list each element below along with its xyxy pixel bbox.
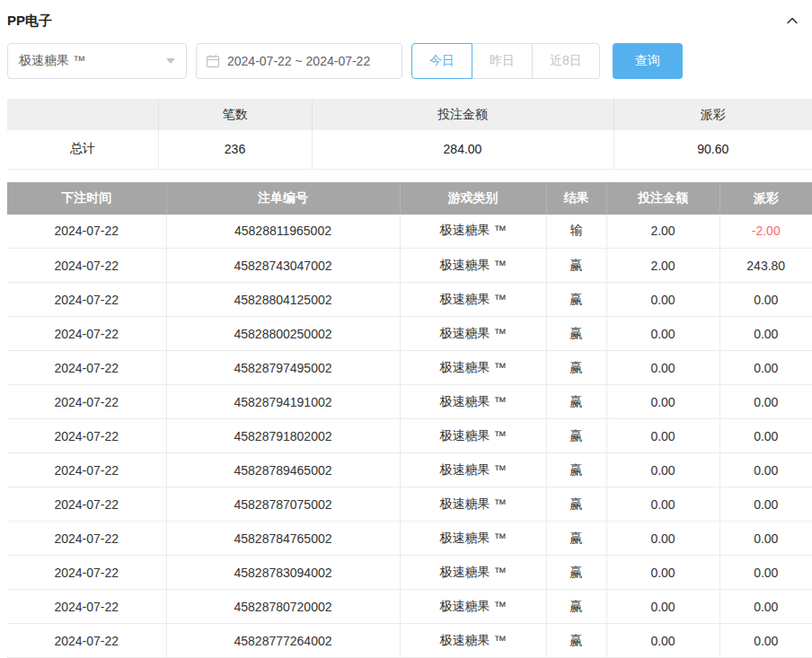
cell-bet-time: 2024-07-22 [7, 590, 166, 624]
bet-table-header-row: 下注时间 注单编号 游戏类别 结果 投注金额 派彩 [7, 182, 812, 215]
cell-bet-amount: 0.00 [606, 556, 719, 590]
summary-total-label: 总计 [7, 130, 158, 169]
collapse-chevron-up-icon[interactable] [785, 14, 799, 27]
cell-bet-time: 2024-07-22 [7, 624, 166, 658]
bet-records-table: 下注时间 注单编号 游戏类别 结果 投注金额 派彩 2024-07-22 458… [7, 182, 812, 658]
cell-order-id: 45828800250002 [166, 317, 400, 351]
summary-header-bet-amount: 投注金额 [312, 99, 613, 130]
cell-bet-time: 2024-07-22 [7, 453, 166, 487]
cell-payout: 0.00 [719, 624, 812, 658]
cell-bet-amount: 0.00 [606, 624, 719, 658]
cell-game-category: 极速糖果 ™ [400, 249, 546, 283]
cell-payout: 0.00 [719, 522, 812, 556]
cell-game-category: 极速糖果 ™ [400, 385, 546, 419]
summary-total-count: 236 [158, 130, 312, 169]
cell-payout: 0.00 [719, 453, 812, 487]
cell-bet-amount: 2.00 [606, 215, 719, 249]
cell-order-id: 45828804125002 [166, 283, 400, 317]
header-result: 结果 [546, 182, 606, 215]
cell-bet-time: 2024-07-22 [7, 556, 166, 590]
cell-game-category: 极速糖果 ™ [400, 419, 546, 453]
last-8-days-button[interactable]: 近8日 [532, 43, 600, 79]
bet-table-row: 2024-07-22 45828794191002 极速糖果 ™ 赢 0.00 … [7, 385, 812, 419]
header-payout: 派彩 [719, 182, 812, 215]
cell-payout: 0.00 [719, 385, 812, 419]
cell-order-id: 45828780720002 [166, 590, 400, 624]
game-select[interactable]: 极速糖果 ™ [7, 43, 187, 79]
cell-result: 赢 [546, 522, 606, 556]
bet-table-row: 2024-07-22 45828787075002 极速糖果 ™ 赢 0.00 … [7, 487, 812, 522]
cell-bet-amount: 0.00 [606, 453, 719, 487]
bet-table-row: 2024-07-22 45828804125002 极速糖果 ™ 赢 0.00 … [7, 283, 812, 317]
cell-result: 赢 [546, 317, 606, 351]
cell-bet-amount: 0.00 [606, 419, 719, 453]
cell-payout: 0.00 [719, 283, 812, 317]
header-bet-amount: 投注金额 [606, 182, 719, 215]
cell-game-category: 极速糖果 ™ [400, 522, 546, 556]
cell-order-id: 45828791802002 [166, 419, 400, 453]
summary-total-payout: 90.60 [613, 130, 812, 169]
header-bet-time: 下注时间 [7, 182, 166, 215]
bet-table-row: 2024-07-22 45828777264002 极速糖果 ™ 赢 0.00 … [7, 624, 812, 658]
cell-game-category: 极速糖果 ™ [400, 487, 546, 522]
cell-payout: 0.00 [719, 487, 812, 522]
cell-payout: -2.00 [719, 215, 812, 249]
cell-result: 赢 [546, 487, 606, 522]
panel-header: PP电子 [7, 9, 812, 32]
cell-game-category: 极速糖果 ™ [400, 317, 546, 351]
cell-bet-time: 2024-07-22 [7, 317, 166, 351]
cell-bet-time: 2024-07-22 [7, 351, 166, 385]
today-button[interactable]: 今日 [411, 43, 472, 79]
quick-range-group: 今日 昨日 近8日 [411, 43, 600, 79]
summary-header-blank [7, 99, 158, 130]
cell-order-id: 45828789465002 [166, 453, 400, 487]
cell-result: 输 [546, 215, 606, 249]
summary-total-bet-amount: 284.00 [312, 130, 613, 169]
cell-bet-amount: 0.00 [606, 590, 719, 624]
cell-result: 赢 [546, 351, 606, 385]
cell-payout: 0.00 [719, 556, 812, 590]
cell-result: 赢 [546, 590, 606, 624]
cell-bet-time: 2024-07-22 [7, 385, 166, 419]
cell-order-id: 45828811965002 [166, 215, 400, 249]
search-button[interactable]: 查询 [613, 43, 683, 79]
cell-bet-amount: 0.00 [606, 487, 719, 522]
cell-result: 赢 [546, 556, 606, 590]
bet-table-row: 2024-07-22 45828784765002 极速糖果 ™ 赢 0.00 … [7, 522, 812, 556]
cell-bet-time: 2024-07-22 [7, 487, 166, 522]
cell-bet-time: 2024-07-22 [7, 419, 166, 453]
cell-game-category: 极速糖果 ™ [400, 453, 546, 487]
cell-order-id: 45828784765002 [166, 522, 400, 556]
date-range-picker[interactable]: 2024-07-22 ~ 2024-07-22 [196, 43, 402, 79]
cell-result: 赢 [546, 385, 606, 419]
cell-bet-time: 2024-07-22 [7, 283, 166, 317]
bet-table-row: 2024-07-22 45828743047002 极速糖果 ™ 赢 2.00 … [7, 249, 812, 283]
cell-game-category: 极速糖果 ™ [400, 215, 546, 249]
calendar-icon [206, 54, 220, 68]
filter-bar: 极速糖果 ™ 2024-07-22 ~ 2024-07-22 今日 昨日 近8日… [7, 43, 812, 79]
bet-table-row: 2024-07-22 45828800250002 极速糖果 ™ 赢 0.00 … [7, 317, 812, 351]
cell-result: 赢 [546, 624, 606, 658]
summary-table: 笔数 投注金额 派彩 总计 236 284.00 90.60 [7, 99, 812, 170]
cell-bet-amount: 0.00 [606, 283, 719, 317]
cell-payout: 243.80 [719, 249, 812, 283]
cell-bet-amount: 0.00 [606, 522, 719, 556]
cell-order-id: 45828794191002 [166, 385, 400, 419]
cell-result: 赢 [546, 453, 606, 487]
cell-bet-time: 2024-07-22 [7, 249, 166, 283]
header-game-category: 游戏类别 [400, 182, 546, 215]
summary-header-payout: 派彩 [613, 99, 812, 130]
header-order-id: 注单编号 [166, 182, 400, 215]
yesterday-button[interactable]: 昨日 [472, 43, 533, 79]
bet-table-body: 2024-07-22 45828811965002 极速糖果 ™ 输 2.00 … [7, 215, 812, 658]
bet-table-row: 2024-07-22 45828797495002 极速糖果 ™ 赢 0.00 … [7, 351, 812, 385]
cell-result: 赢 [546, 419, 606, 453]
cell-bet-time: 2024-07-22 [7, 215, 166, 249]
cell-bet-amount: 0.00 [606, 385, 719, 419]
cell-game-category: 极速糖果 ™ [400, 590, 546, 624]
cell-payout: 0.00 [719, 419, 812, 453]
bet-table-row: 2024-07-22 45828791802002 极速糖果 ™ 赢 0.00 … [7, 419, 812, 453]
cell-order-id: 45828777264002 [166, 624, 400, 658]
cell-bet-amount: 0.00 [606, 317, 719, 351]
cell-game-category: 极速糖果 ™ [400, 556, 546, 590]
